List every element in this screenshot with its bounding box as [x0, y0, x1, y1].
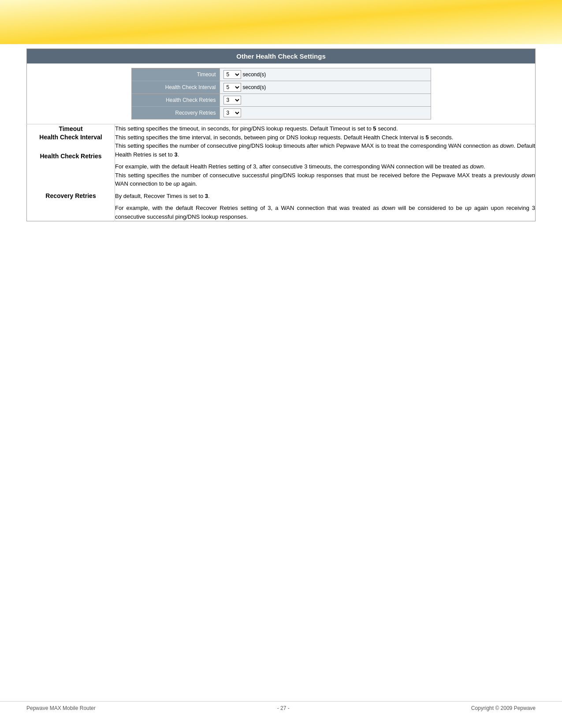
desc-paragraph: This setting specifies the time interval…: [115, 133, 535, 142]
unit-label-1: second(s): [243, 84, 266, 90]
select-3[interactable]: 12345678910: [223, 108, 241, 117]
desc-row-3: Recovery RetriesThis setting specifies t…: [27, 171, 536, 221]
desc-paragraph: This setting specifies the number of con…: [115, 142, 535, 159]
desc-label-1: Health Check Interval: [27, 133, 115, 142]
footer-left: Pepwave MAX Mobile Router: [26, 705, 96, 711]
settings-form-section: Timeout12345678910second(s)Health Check …: [27, 63, 536, 124]
desc-text-3: This setting specifies the number of con…: [115, 171, 536, 221]
table-title: Other Health Check Settings: [236, 52, 326, 60]
page-content: Other Health Check Settings Timeout12345…: [0, 0, 562, 248]
desc-paragraph: By default, Recover Times is set to 3.: [115, 192, 535, 201]
select-1[interactable]: 12345678910: [223, 83, 241, 92]
desc-text-1: This setting specifies the time interval…: [115, 133, 536, 142]
desc-paragraph: This setting specifies the timeout, in s…: [115, 124, 535, 133]
desc-row-2: Health Check RetriesThis setting specifi…: [27, 142, 536, 171]
settings-form-table: Timeout12345678910second(s)Health Check …: [131, 68, 431, 119]
select-2[interactable]: 12345678910: [223, 96, 241, 105]
desc-paragraph: For example, with the default Recover Re…: [115, 204, 535, 221]
form-label-3: Recovery Retries: [131, 107, 220, 119]
select-0[interactable]: 12345678910: [223, 70, 241, 79]
desc-paragraph: For example, with the default Health Ret…: [115, 162, 535, 171]
desc-row-1: Health Check IntervalThis setting specif…: [27, 133, 536, 142]
form-value-3[interactable]: 12345678910: [220, 107, 431, 119]
form-value-0[interactable]: 12345678910second(s): [220, 68, 431, 81]
form-value-2[interactable]: 12345678910: [220, 94, 431, 107]
desc-paragraph: This setting specifies the number of con…: [115, 171, 535, 188]
desc-label-3: Recovery Retries: [27, 171, 115, 221]
footer-center: - 27 -: [96, 705, 471, 711]
form-label-2: Health Check Retries: [131, 94, 220, 107]
desc-label-0: Timeout: [27, 124, 115, 133]
desc-label-2: Health Check Retries: [27, 142, 115, 171]
form-value-1[interactable]: 12345678910second(s): [220, 81, 431, 94]
unit-label-0: second(s): [243, 71, 266, 78]
desc-text-2: This setting specifies the number of con…: [115, 142, 536, 171]
form-label-0: Timeout: [131, 68, 220, 81]
footer-right: Copyright © 2009 Pepwave: [471, 705, 536, 711]
page-footer: Pepwave MAX Mobile Router - 27 - Copyrig…: [0, 701, 562, 715]
form-label-1: Health Check Interval: [131, 81, 220, 94]
main-table: Other Health Check Settings Timeout12345…: [26, 49, 536, 221]
desc-text-0: This setting specifies the timeout, in s…: [115, 124, 536, 133]
table-header: Other Health Check Settings: [27, 49, 536, 64]
desc-row-0: TimeoutThis setting specifies the timeou…: [27, 124, 536, 133]
